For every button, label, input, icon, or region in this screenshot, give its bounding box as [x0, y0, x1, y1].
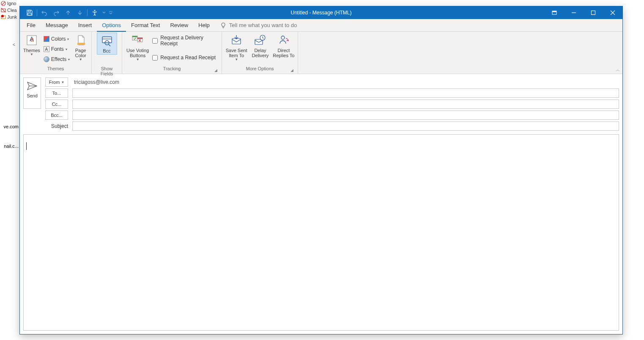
- ribbon: Aa Themes ▼ Colors▾ A Fonts▾: [20, 32, 622, 74]
- tab-message[interactable]: Message: [41, 19, 73, 32]
- delay-delivery-button[interactable]: Delay Delivery: [250, 33, 270, 59]
- save-icon[interactable]: [24, 7, 35, 18]
- ribbon-tabs: File Message Insert Options Format Text …: [20, 19, 622, 32]
- group-label-themes: Themes: [22, 66, 89, 74]
- text-cursor: [26, 142, 27, 150]
- dialog-launcher-icon[interactable]: ◢: [289, 68, 294, 73]
- maximize-icon[interactable]: [584, 6, 603, 19]
- cc-button[interactable]: Cc...: [45, 100, 68, 109]
- save-sent-item-to-button[interactable]: Save Sent Item To ▼: [225, 33, 248, 63]
- dropdown-icon: ▼: [79, 58, 82, 62]
- subject-input[interactable]: [72, 122, 619, 131]
- titlebar: Untitled - Message (HTML): [20, 6, 622, 19]
- bg-live-account[interactable]: ve.com: [0, 123, 19, 130]
- page-color-button[interactable]: Page Color ▼: [72, 33, 89, 63]
- previous-item-icon[interactable]: [63, 7, 74, 18]
- dropdown-icon: ▼: [136, 58, 140, 62]
- effects-button[interactable]: Effects▾: [43, 55, 71, 64]
- dropdown-icon: ▼: [61, 80, 64, 84]
- bg-gmail-account[interactable]: nail.c...: [0, 143, 19, 149]
- bg-clean[interactable]: Clea: [0, 7, 19, 14]
- svg-rect-23: [132, 36, 137, 37]
- request-delivery-receipt-checkbox[interactable]: Request a Delivery Receipt: [152, 34, 219, 47]
- background-nav-pane: < ve.com nail.c...: [0, 42, 19, 149]
- group-tracking: Use Voting Buttons ▼ Request a Delivery …: [122, 32, 222, 74]
- use-voting-buttons-button[interactable]: Use Voting Buttons ▼: [125, 33, 151, 63]
- svg-line-1: [2, 2, 5, 5]
- dialog-launcher-icon[interactable]: ◢: [213, 68, 218, 73]
- send-icon: [27, 81, 38, 91]
- tab-format-text[interactable]: Format Text: [126, 19, 165, 32]
- collapse-ribbon-icon[interactable]: ︿: [616, 67, 620, 73]
- save-sent-icon: [230, 33, 243, 47]
- fonts-icon: A: [44, 46, 49, 52]
- svg-point-8: [94, 10, 95, 11]
- bcc-button[interactable]: Bcc: [97, 33, 117, 55]
- to-button[interactable]: To...: [45, 88, 68, 98]
- svg-rect-17: [77, 43, 85, 45]
- svg-rect-18: [102, 37, 112, 43]
- direct-replies-to-button[interactable]: Direct Replies To: [272, 33, 295, 59]
- dropdown-icon: ▼: [30, 53, 33, 57]
- from-button[interactable]: From▼: [45, 77, 68, 87]
- qat-dropdown-icon[interactable]: [101, 7, 107, 18]
- tab-help[interactable]: Help: [193, 19, 215, 32]
- qat-customize-icon[interactable]: [108, 7, 114, 18]
- group-label-more-options: More Options ◢: [225, 66, 295, 74]
- group-label-tracking: Tracking ◢: [125, 66, 219, 74]
- message-header: Send From▼ triciagoss@live.com To... Cc.…: [20, 74, 622, 131]
- delay-delivery-icon: [253, 33, 267, 47]
- send-button[interactable]: Send: [23, 77, 41, 109]
- themes-icon: Aa: [25, 33, 38, 47]
- read-receipt-input[interactable]: [152, 55, 158, 61]
- svg-rect-13: [592, 11, 595, 15]
- fonts-button[interactable]: A Fonts▾: [43, 44, 71, 54]
- compose-message-window: Untitled - Message (HTML) File Message I…: [19, 6, 623, 334]
- bcc-icon: [100, 34, 114, 47]
- colors-button[interactable]: Colors▾: [43, 34, 71, 44]
- tell-me-search[interactable]: Tell me what you want to do: [220, 22, 297, 29]
- tab-options[interactable]: Options: [97, 19, 126, 32]
- group-more-options: Save Sent Item To ▼ Delay Delivery Direc…: [222, 32, 298, 74]
- dropdown-icon: ▾: [68, 58, 70, 61]
- message-body[interactable]: [23, 134, 619, 331]
- group-label-show-fields: Show Fields: [94, 66, 119, 74]
- separator: [37, 9, 37, 16]
- svg-point-5: [1, 15, 4, 17]
- group-show-fields: Bcc Show Fields: [92, 32, 122, 74]
- svg-point-29: [281, 36, 285, 39]
- tab-insert[interactable]: Insert: [73, 19, 97, 32]
- redo-icon[interactable]: [51, 7, 62, 18]
- colors-icon: [44, 36, 49, 42]
- tab-review[interactable]: Review: [165, 19, 193, 32]
- svg-text:a: a: [30, 36, 34, 43]
- to-input[interactable]: [72, 88, 619, 98]
- window-title: Untitled - Message (HTML): [290, 10, 351, 16]
- next-item-icon[interactable]: [74, 7, 85, 18]
- bcc-field-button[interactable]: Bcc...: [45, 111, 68, 120]
- delivery-receipt-input[interactable]: [152, 38, 158, 44]
- close-icon[interactable]: [603, 6, 622, 19]
- bg-ignore[interactable]: Igno: [0, 0, 19, 7]
- send-label: Send: [27, 93, 38, 98]
- ribbon-display-options-icon[interactable]: [545, 6, 564, 19]
- chevron-left-icon[interactable]: <: [0, 42, 19, 47]
- cc-input[interactable]: [72, 100, 619, 109]
- window-controls: [545, 6, 622, 19]
- bg-junk[interactable]: Junk: [0, 14, 19, 20]
- group-themes: Aa Themes ▼ Colors▾ A Fonts▾: [20, 32, 92, 74]
- request-read-receipt-checkbox[interactable]: Request a Read Receipt: [152, 51, 219, 64]
- svg-rect-6: [28, 10, 30, 12]
- accessibility-icon[interactable]: [89, 7, 100, 18]
- bcc-input[interactable]: [72, 111, 619, 120]
- page-color-icon: [74, 33, 88, 47]
- undo-icon[interactable]: [39, 7, 50, 18]
- svg-rect-25: [137, 38, 143, 39]
- separator: [87, 9, 88, 16]
- tab-file[interactable]: File: [22, 19, 41, 32]
- from-value: triciagoss@live.com: [72, 79, 119, 85]
- minimize-icon[interactable]: [564, 6, 584, 19]
- dropdown-icon: ▾: [66, 47, 67, 51]
- themes-button[interactable]: Aa Themes ▼: [22, 33, 41, 58]
- quick-access-toolbar: [20, 7, 114, 18]
